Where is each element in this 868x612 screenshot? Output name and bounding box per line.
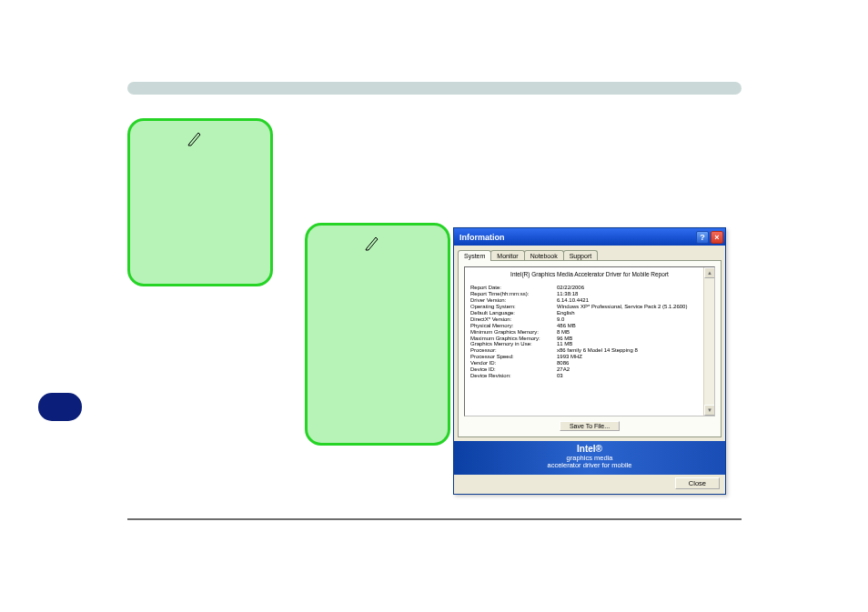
report-row: Processor:x86 family 6 Model 14 Stepping…: [470, 347, 709, 354]
report-key: Processor:: [470, 347, 557, 354]
report-title: Intel(R) Graphics Media Accelerator Driv…: [470, 271, 709, 277]
tab-panel: Intel(R) Graphics Media Accelerator Driv…: [458, 260, 722, 437]
report-value: 486 MB: [557, 323, 709, 329]
titlebar[interactable]: Information ? ×: [454, 228, 725, 246]
window-close-button[interactable]: ×: [711, 231, 723, 244]
report-value: English: [557, 310, 709, 316]
report-key: Physical Memory:: [470, 323, 557, 329]
help-button[interactable]: ?: [696, 231, 709, 244]
footer-divider: [127, 518, 742, 520]
report-row: Graphics Memory in Use:11 MB: [470, 341, 709, 347]
report-key: Processor Speed:: [470, 354, 557, 360]
pencil-icon: [187, 130, 203, 146]
tab-system[interactable]: System: [458, 250, 491, 261]
report-value: 9.0: [557, 316, 709, 323]
report-row: Report Date:02/22/2006: [470, 285, 709, 291]
dialog-footer: Close: [454, 475, 725, 494]
report-key: Driver Version:: [470, 297, 557, 304]
report-value: 1993 MHZ: [557, 354, 709, 360]
brand-banner: Intel® graphics media accelerator driver…: [454, 441, 725, 475]
report-key: Report Date:: [470, 285, 557, 291]
information-dialog: Information ? × System Monitor Notebook …: [453, 227, 726, 495]
report-value: 02/22/2006: [557, 285, 709, 291]
report-value: 8 MB: [557, 329, 709, 336]
report-key: Maximum Graphics Memory:: [470, 336, 557, 342]
scrollbar[interactable]: ▲ ▼: [703, 267, 714, 416]
report-value: 96 MB: [557, 336, 709, 342]
note-box-1: [127, 118, 273, 286]
close-button[interactable]: Close: [675, 477, 720, 489]
save-to-file-button[interactable]: Save To File...: [560, 421, 620, 431]
brand-line-3: accelerator driver for mobile: [548, 461, 632, 469]
report-value: 8086: [557, 360, 709, 366]
report-row: Minimum Graphics Memory:8 MB: [470, 329, 709, 336]
report-value: Windows XP* Professional, Service Pack 2…: [557, 304, 709, 310]
brand-line-1: Intel®: [577, 444, 602, 454]
report-row: Maximum Graphics Memory:96 MB: [470, 336, 709, 342]
note-box-2: [305, 223, 450, 446]
report-value: 11:38:18: [557, 291, 709, 297]
report-value: x86 family 6 Model 14 Stepping 8: [557, 347, 709, 354]
report-value: 11 MB: [557, 341, 709, 347]
report-key: Report Time(hh:mm:ss):: [470, 291, 557, 297]
report-row: Physical Memory:486 MB: [470, 323, 709, 329]
report-value: 27A2: [557, 366, 709, 373]
report-row: Processor Speed:1993 MHZ: [470, 354, 709, 360]
side-pill: [38, 393, 82, 421]
report-key: Device ID:: [470, 366, 557, 373]
report-key: Device Revision:: [470, 373, 557, 379]
report-key: DirectX* Version:: [470, 316, 557, 323]
report-key: Vendor ID:: [470, 360, 557, 366]
report-row: DirectX* Version:9.0: [470, 316, 709, 323]
report-row: Operating System:Windows XP* Professiona…: [470, 304, 709, 310]
report-row: Device Revision:03: [470, 373, 709, 379]
report-key: Graphics Memory in Use:: [470, 341, 557, 347]
report-key: Minimum Graphics Memory:: [470, 329, 557, 336]
report-row: Driver Version:6.14.10.4421: [470, 297, 709, 304]
report-key: Operating System:: [470, 304, 557, 310]
report-value: 6.14.10.4421: [557, 297, 709, 304]
scroll-up-icon[interactable]: ▲: [704, 267, 715, 278]
report-row: Default Language:English: [470, 310, 709, 316]
report-value: 03: [557, 373, 709, 379]
report-key: Default Language:: [470, 310, 557, 316]
report-textarea[interactable]: Intel(R) Graphics Media Accelerator Driv…: [464, 266, 715, 416]
report-row: Vendor ID:8086: [470, 360, 709, 366]
scroll-down-icon[interactable]: ▼: [704, 405, 715, 416]
dialog-title: Information: [459, 233, 505, 242]
pencil-icon: [364, 235, 380, 251]
header-divider: [127, 82, 742, 95]
report-row: Report Time(hh:mm:ss):11:38:18: [470, 291, 709, 297]
report-row: Device ID:27A2: [470, 366, 709, 373]
